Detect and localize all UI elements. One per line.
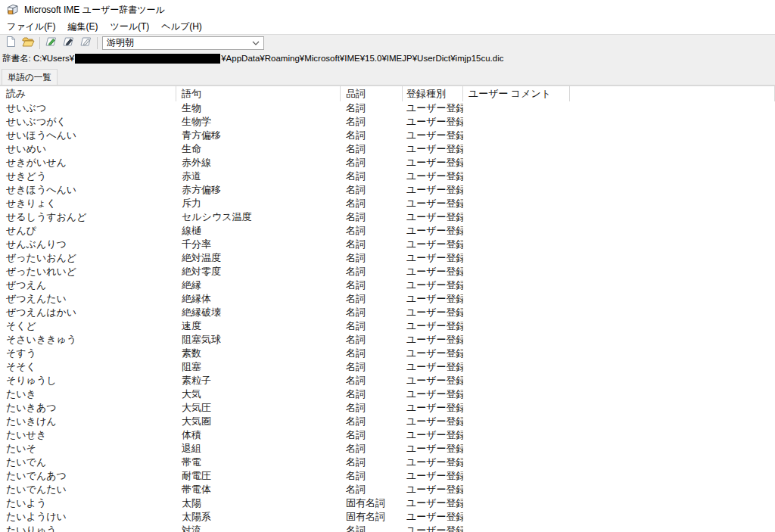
cell-hinshi: 名詞: [341, 360, 403, 374]
window-title: Microsoft IME ユーザー辞書ツール: [24, 4, 165, 17]
cell-hinshi: 名詞: [341, 456, 403, 469]
cell-hinshi: 名詞: [341, 428, 403, 442]
cell-type: ユーザー登録: [403, 333, 463, 347]
cell-goku: 体積: [176, 428, 341, 442]
table-row[interactable]: たいでん帯電名詞ユーザー登録: [0, 456, 775, 469]
page-green-pen-icon: [45, 36, 58, 50]
cell-type: ユーザー登録: [403, 101, 463, 115]
table-row[interactable]: そそく阻塞名詞ユーザー登録: [0, 360, 775, 374]
menu-bar: ファイル(F) 編集(E) ツール(T) ヘルプ(H): [0, 20, 775, 34]
open-file-button[interactable]: [20, 36, 37, 51]
cell-hinshi: 固有名詞: [341, 510, 403, 524]
table-row[interactable]: せきどう赤道名詞ユーザー登録: [0, 170, 775, 183]
change-word-button[interactable]: [77, 36, 95, 51]
cell-comment: [463, 319, 570, 333]
cell-yomi: たいきけん: [0, 415, 176, 428]
cell-yomi: たいでん: [0, 456, 176, 469]
cell-hinshi: 名詞: [341, 156, 403, 170]
cell-type: ユーザー登録: [403, 319, 463, 333]
table-row[interactable]: せきがいせん赤外線名詞ユーザー登録: [0, 156, 775, 170]
font-selector[interactable]: 游明朝: [102, 36, 264, 50]
menu-item-edit[interactable]: 編集(E): [61, 20, 104, 34]
table-row[interactable]: せいぶつ生物名詞ユーザー登録: [0, 101, 775, 115]
cell-type: ユーザー登録: [403, 415, 463, 428]
cell-comment: [463, 469, 570, 483]
new-file-button[interactable]: [2, 36, 20, 51]
cell-hinshi: 名詞: [341, 469, 403, 483]
table-row[interactable]: せいほうへんい青方偏移名詞ユーザー登録: [0, 129, 775, 142]
cell-goku: 線樋: [176, 224, 341, 238]
table-row[interactable]: ぜつえんたい絶縁体名詞ユーザー登録: [0, 292, 775, 306]
cell-goku: 絶縁破壊: [176, 306, 341, 319]
cell-goku: 太陽: [176, 496, 341, 510]
table-row[interactable]: せきりょく斥力名詞ユーザー登録: [0, 197, 775, 210]
table-row[interactable]: せんぶんりつ千分率名詞ユーザー登録: [0, 238, 775, 251]
cell-comment: [463, 278, 570, 292]
cell-goku: 絶縁: [176, 278, 341, 292]
table-row[interactable]: ぜつえん絶縁名詞ユーザー登録: [0, 278, 775, 292]
delete-word-button[interactable]: [60, 36, 77, 51]
table-row[interactable]: ぜったいれいど絶対零度名詞ユーザー登録: [0, 265, 775, 278]
cell-comment: [463, 238, 570, 251]
cell-goku: 退組: [176, 442, 341, 456]
register-word-button[interactable]: [42, 36, 60, 51]
cell-type: ユーザー登録: [403, 469, 463, 483]
table-row[interactable]: そりゅうし素粒子名詞ユーザー登録: [0, 374, 775, 387]
cell-yomi: ぜったいれいど: [0, 265, 176, 278]
cell-type: ユーザー登録: [403, 360, 463, 374]
menu-item-tools[interactable]: ツール(T): [104, 20, 155, 34]
tab-word-list[interactable]: 単語の一覧: [2, 69, 58, 85]
cell-yomi: せるしうすおんど: [0, 210, 176, 224]
cell-yomi: たいきあつ: [0, 401, 176, 415]
cell-yomi: たいき: [0, 387, 176, 401]
cell-goku: 大気: [176, 387, 341, 401]
table-row[interactable]: ぜつえんはかい絶縁破壊名詞ユーザー登録: [0, 306, 775, 319]
table-row[interactable]: たいきあつ大気圧名詞ユーザー登録: [0, 401, 775, 415]
table-row[interactable]: そさいききゅう阻塞気球名詞ユーザー登録: [0, 333, 775, 347]
menu-item-file[interactable]: ファイル(F): [1, 20, 61, 34]
cell-hinshi: 名詞: [341, 524, 403, 532]
cell-yomi: たいせき: [0, 428, 176, 442]
table-row[interactable]: せきほうへんい赤方偏移名詞ユーザー登録: [0, 183, 775, 197]
table-row[interactable]: たいでんあつ耐電圧名詞ユーザー登録: [0, 469, 775, 483]
column-header-type[interactable]: 登録種別: [403, 86, 463, 101]
cell-yomi: せきほうへんい: [0, 183, 176, 197]
cell-comment: [463, 360, 570, 374]
chevron-down-icon: [252, 41, 260, 45]
table-row[interactable]: ぜったいおんど絶対温度名詞ユーザー登録: [0, 251, 775, 265]
column-header-goku[interactable]: 語句: [176, 86, 341, 101]
cell-yomi: せきどう: [0, 170, 176, 183]
table-row[interactable]: たいせき体積名詞ユーザー登録: [0, 428, 775, 442]
cell-hinshi: 名詞: [341, 183, 403, 197]
table-row[interactable]: たいそ退組名詞ユーザー登録: [0, 442, 775, 456]
cell-goku: 絶対温度: [176, 251, 341, 265]
cell-yomi: ぜったいおんど: [0, 251, 176, 265]
cell-type: ユーザー登録: [403, 347, 463, 360]
table-row[interactable]: たいよう太陽固有名詞ユーザー登録: [0, 496, 775, 510]
table-row[interactable]: たいようけい太陽系固有名詞ユーザー登録: [0, 510, 775, 524]
cell-yomi: そりゅうし: [0, 374, 176, 387]
word-list: 読み 語句 品詞 登録種別 ユーザー コメント せいぶつ生物名詞ユーザー登録せい…: [0, 85, 775, 532]
table-row[interactable]: そくど速度名詞ユーザー登録: [0, 319, 775, 333]
table-row[interactable]: たいりゅう対流名詞ユーザー登録: [0, 524, 775, 532]
table-row[interactable]: たいでんたい帯電体名詞ユーザー登録: [0, 483, 775, 496]
cell-yomi: せいぶつがく: [0, 115, 176, 129]
table-row[interactable]: たいきけん大気圏名詞ユーザー登録: [0, 415, 775, 428]
column-header-hinshi[interactable]: 品詞: [341, 86, 403, 101]
table-row[interactable]: せいぶつがく生物学名詞ユーザー登録: [0, 115, 775, 129]
column-header-comment[interactable]: ユーザー コメント: [463, 86, 570, 101]
table-row[interactable]: せんぴ線樋名詞ユーザー登録: [0, 224, 775, 238]
table-row[interactable]: そすう素数名詞ユーザー登録: [0, 347, 775, 360]
table-row[interactable]: たいき大気名詞ユーザー登録: [0, 387, 775, 401]
table-row[interactable]: せるしうすおんどセルシウス温度名詞ユーザー登録: [0, 210, 775, 224]
table-row[interactable]: せいめい生命名詞ユーザー登録: [0, 142, 775, 156]
menu-item-help[interactable]: ヘルプ(H): [155, 20, 208, 34]
cell-comment: [463, 306, 570, 319]
cell-yomi: せきがいせん: [0, 156, 176, 170]
column-header-yomi[interactable]: 読み: [0, 86, 176, 101]
cell-goku: 生物学: [176, 115, 341, 129]
cell-yomi: そすう: [0, 347, 176, 360]
cell-hinshi: 名詞: [341, 333, 403, 347]
cell-comment: [463, 265, 570, 278]
cell-comment: [463, 496, 570, 510]
